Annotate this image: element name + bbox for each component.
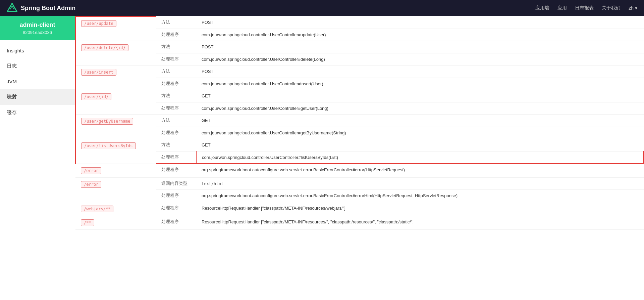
nav-links: 应用墙 应用 日志报表 关于我们 zh ▾ [535,5,637,11]
path-badge: /user/listUsersByIds [81,142,136,149]
table-row: /webjars/** 处理程序 ResourceHttpRequestHand… [75,202,644,216]
sidebar-item-cache[interactable]: 缓存 [0,105,75,121]
sidebar-header: admin-client 82091ead3036 [0,16,75,40]
table-row: 处理程序 com.jourwon.springcloud.controller.… [75,29,644,41]
error-path-badge-2: /error [81,181,101,188]
nav-log-report[interactable]: 日志报表 [575,5,594,11]
mapping-table: /user/update 方法 POST 处理程序 com.jourwon.sp… [75,16,644,230]
sidebar: admin-client 82091ead3036 Insights 日志 JV… [0,16,75,300]
brand: Spring Boot Admin [7,3,535,13]
brand-text: Spring Boot Admin [21,5,75,12]
table-row: /error 返回内容类型 text/html [75,177,644,190]
chevron-down-icon: ▾ [635,5,637,11]
path-badge: /user/{id} [81,93,111,100]
webjars-path-badge: /webjars/** [81,206,113,212]
app-name: admin-client [5,22,69,29]
sidebar-item-mapping[interactable]: 映射 [0,89,75,105]
nav-app[interactable]: 应用 [557,5,567,11]
content-area: /user/update 方法 POST 处理程序 com.jourwon.sp… [75,16,644,300]
table-row: /user/listUsersByIds 方法 GET [75,139,644,152]
lang-selector[interactable]: zh ▾ [629,5,637,11]
main-layout: admin-client 82091ead3036 Insights 日志 JV… [0,16,644,300]
nav-about[interactable]: 关于我们 [602,5,621,11]
logo-icon [7,3,17,13]
table-row: 处理程序 org.springframework.boot.autoconfig… [75,190,644,202]
table-row: 处理程序 com.jourwon.springcloud.controller.… [75,53,644,66]
sidebar-item-insights[interactable]: Insights [0,43,75,58]
table-row: /user/update 方法 POST [75,16,644,29]
sidebar-item-jvm[interactable]: JVM [0,74,75,89]
path-badge: /user/insert [81,69,116,76]
path-badge: /user/update [81,20,116,27]
table-row: /user/{id} 方法 GET [75,90,644,102]
app-id: 82091ead3036 [5,30,69,35]
table-row: 处理程序 com.jourwon.springcloud.controller.… [75,127,644,139]
table-row: /user/getByUsername 方法 GET [75,115,644,127]
sidebar-item-logs[interactable]: 日志 [0,58,75,74]
path-badge: /user/getByUsername [81,118,133,125]
table-row: 处理程序 com.jourwon.springcloud.controller.… [75,78,644,90]
table-row: /** 处理程序 ResourceHttpRequestHandler ["cl… [75,216,644,229]
table-row: /error 处理程序 org.springframework.boot.aut… [75,164,644,177]
lang-text: zh [629,5,634,11]
table-row: 处理程序 com.jourwon.springcloud.controller.… [75,151,644,164]
table-row: 处理程序 com.jourwon.springcloud.controller.… [75,102,644,115]
path-badge: /user/delete/{id} [81,44,128,51]
nav-app-wall[interactable]: 应用墙 [535,5,549,11]
error-path-badge: /error [81,167,101,174]
table-row: /user/delete/{id} 方法 POST [75,41,644,53]
navbar: Spring Boot Admin 应用墙 应用 日志报表 关于我们 zh ▾ [0,0,644,16]
sidebar-nav: Insights 日志 JVM 映射 缓存 [0,40,75,300]
svg-marker-0 [7,3,17,11]
wildcard-path-badge: /** [81,219,94,226]
table-row: /user/insert 方法 POST [75,66,644,78]
